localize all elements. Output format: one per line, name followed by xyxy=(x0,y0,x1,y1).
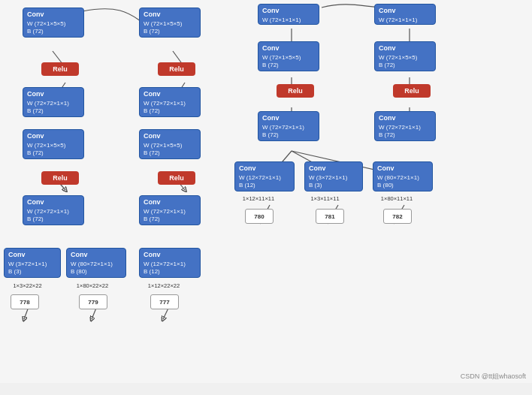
output-780: 780 xyxy=(245,209,274,224)
output-782: 782 xyxy=(383,209,412,224)
label-780: 1×12×11×11 xyxy=(231,195,286,202)
col3-conv4a: Conv W (12×72×1×1) B (12) xyxy=(234,161,295,191)
label-777: 1×12×22×22 xyxy=(137,282,191,289)
col3-conv3: Conv W (72×72×1×1) B (72) xyxy=(258,111,319,141)
col2-relu2: Relu xyxy=(158,171,195,185)
col3-conv4b: Conv W (3×72×1×1) B (3) xyxy=(304,161,363,191)
output-781: 781 xyxy=(316,209,344,224)
col2-conv3: Conv W (72×1×5×5) B (72) xyxy=(139,129,201,159)
col4-conv1: Conv W (72×1×1×1) xyxy=(374,4,436,25)
col2-conv2: Conv W (72×72×1×1) B (72) xyxy=(139,87,201,117)
diagram-container: Conv W (72×1×5×5) B (72) Relu Conv W (72… xyxy=(0,0,532,383)
footer-text: CSDN @tt姐whaosoft xyxy=(461,372,526,381)
col1-conv3: Conv W (72×1×5×5) B (72) xyxy=(23,129,84,159)
col4-relu1: Relu xyxy=(393,84,431,98)
col1-conv5b: Conv W (80×72×1×1) B (80) xyxy=(66,248,126,278)
output-777: 777 xyxy=(150,294,179,309)
col4-conv3: Conv W (72×72×1×1) B (72) xyxy=(374,111,436,141)
col3-relu1: Relu xyxy=(277,84,314,98)
col2-relu1: Relu xyxy=(158,62,195,76)
col2-conv5: Conv W (12×72×1×1) B (12) xyxy=(139,248,201,278)
label-782: 1×80×11×11 xyxy=(370,195,424,202)
label-778: 1×3×22×22 xyxy=(3,282,52,289)
col1-conv1: Conv W (72×1×5×5) B (72) xyxy=(23,8,84,38)
col3-conv1: Conv W (72×1×1×1) xyxy=(258,4,319,25)
col1-conv4: Conv W (72×72×1×1) B (72) xyxy=(23,195,84,225)
col4-conv2: Conv W (72×1×5×5) B (72) xyxy=(374,41,436,71)
label-779: 1×80×22×22 xyxy=(65,282,119,289)
col2-conv4: Conv W (72×72×1×1) B (72) xyxy=(139,195,201,225)
label-781: 1×3×11×11 xyxy=(301,195,349,202)
col3-conv2: Conv W (72×1×5×5) B (72) xyxy=(258,41,319,71)
output-779: 779 xyxy=(79,294,107,309)
col1-relu2: Relu xyxy=(41,171,79,185)
col3-conv4c: Conv W (80×72×1×1) B (80) xyxy=(373,161,433,191)
col1-conv5a: Conv W (3×72×1×1) B (3) xyxy=(4,248,61,278)
col1-relu1: Relu xyxy=(41,62,79,76)
col1-conv2: Conv W (72×72×1×1) B (72) xyxy=(23,87,84,117)
col2-conv1: Conv W (72×1×5×5) B (72) xyxy=(139,8,201,38)
output-778: 778 xyxy=(11,294,39,309)
